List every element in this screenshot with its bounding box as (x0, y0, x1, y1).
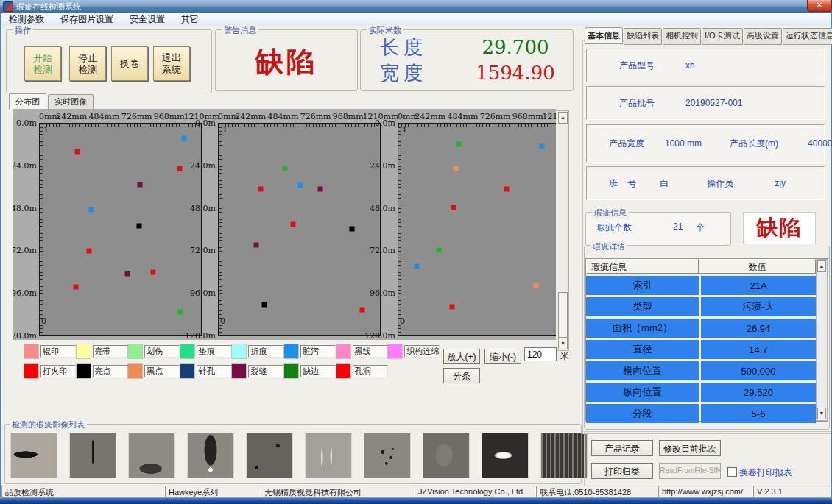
scroll-thumb[interactable] (558, 292, 568, 338)
warning-group: 警告消息 缺陷 (215, 29, 358, 91)
modify-batch-button[interactable]: 修改目前批次 (659, 440, 721, 456)
scatter-plot[interactable]: 1 0 (218, 123, 381, 336)
legend-label: 孔洞 (353, 365, 388, 377)
defect-detail-table: 瑕疵信息 数值 索引21A 类型污渍-大 面积（mm2）26.94 直径14.7… (585, 258, 828, 422)
tab-running-status[interactable]: 运行状态信息 (783, 28, 832, 45)
defect-info-group-title: 瑕疵信息 (592, 207, 629, 219)
y-axis-labels: 0.0m24.0m48.0m72.0m96.0m120.0m (15, 123, 38, 336)
scatter-panel-3: 0mm242mm484mm726mm968mm1210mm 0.0m24.0m4… (373, 109, 556, 340)
table-row[interactable]: 纵向位置29.520 (586, 383, 828, 402)
legend-item: 辊印 (24, 344, 77, 358)
scroll-up-icon[interactable]: ▲ (558, 112, 568, 124)
scroll-down-icon[interactable]: ▼ (817, 408, 826, 419)
table-row[interactable]: 类型污渍-大 (586, 297, 828, 316)
table-row[interactable]: 横向位置500.000 (586, 361, 828, 380)
legend-item: 织构连绵 (388, 344, 440, 358)
legend-label: 脏污 (300, 345, 336, 358)
status-version: V 2.3.1 (753, 486, 831, 497)
product-width-label: 产品宽度 (609, 138, 644, 150)
defect-point (298, 182, 303, 188)
defect-point (317, 186, 322, 191)
table-scrollbar[interactable]: ▲ ▼ (816, 259, 828, 421)
defect-point (504, 186, 509, 191)
defect-thumbnail[interactable] (423, 433, 470, 478)
zoom-in-button[interactable]: 放大(+) (443, 349, 480, 364)
table-row[interactable]: 索引21A (586, 276, 828, 295)
print-report-checkbox-label: 换卷打印报表 (739, 466, 792, 479)
start-detection-button[interactable]: 开始检测 (24, 46, 61, 81)
strip-zero-label: 0 (41, 316, 46, 326)
legend-label: 垫痕 (197, 345, 232, 358)
defect-thumbnail[interactable] (10, 433, 57, 478)
menu-item-detection-params[interactable]: 检测参数 (9, 13, 44, 26)
strip-number-label: 1 (43, 125, 49, 135)
legend-color-swatch (24, 364, 38, 378)
print-report-checkbox[interactable] (727, 467, 737, 477)
tab-advanced-settings[interactable]: 高级设置 (744, 28, 782, 45)
scatter-panel-1: 0mm242mm484mm726mm968mm1210mm 0.0m24.0m4… (15, 109, 202, 340)
defect-image-list-group: 检测的瑕疵影像列表 (4, 424, 582, 484)
close-button[interactable]: ✕ (807, 0, 832, 12)
product-model-row: 产品型号 xh (586, 49, 825, 82)
defect-thumbnail[interactable] (305, 433, 352, 478)
product-size-row: 产品宽度 1000 mm 产品长度(m) 40000 (586, 124, 825, 163)
tab-basic-info[interactable]: 基本信息 (585, 27, 623, 44)
table-row[interactable]: 面积（mm2）26.94 (586, 319, 828, 338)
window-title: 瑕疵在线检测系统 (16, 1, 81, 13)
plot-scrollbar[interactable]: ▲ ▼ (557, 110, 569, 351)
defect-point (178, 309, 183, 314)
tab-io-card-test[interactable]: I/O卡测试 (702, 28, 743, 45)
legend-color-swatch (77, 364, 91, 378)
legend-color-swatch (232, 364, 246, 378)
menu-item-save-image-settings[interactable]: 保存图片设置 (60, 13, 113, 26)
strip-zero-label: 0 (220, 316, 225, 326)
defect-thumbnail[interactable] (128, 433, 175, 478)
legend-color-swatch (24, 344, 38, 358)
zoom-out-button[interactable]: 缩小(-) (484, 349, 521, 364)
table-row[interactable]: 分段5-6 (586, 404, 828, 423)
defect-count-label: 瑕疵个数 (596, 221, 632, 234)
defect-point (414, 264, 419, 269)
scatter-panel-2: 0mm242mm484mm726mm968mm1210mm 0.0m24.0m4… (194, 109, 381, 340)
tab-camera-control[interactable]: 相机控制 (663, 28, 701, 45)
meter-range-input[interactable] (524, 347, 557, 361)
stop-detection-button[interactable]: 停止检测 (69, 46, 106, 81)
legend-color-swatch (388, 344, 402, 358)
table-header-info: 瑕疵信息 (586, 259, 699, 274)
right-tabs: 基本信息 缺陷列表 相机控制 I/O卡测试 高级设置 运行状态信息 (585, 28, 832, 45)
length-label: 长度 (380, 35, 468, 60)
view-tabs: 分布图 实时图像 (9, 94, 95, 110)
scatter-plot[interactable]: 1 0 (39, 123, 202, 336)
product-width-value: 1000 mm (665, 138, 702, 149)
legend-item: 垫痕 (180, 344, 233, 358)
defect-point (451, 205, 456, 210)
print-classify-button[interactable]: 打印归类 (591, 463, 653, 479)
scroll-down-icon[interactable]: ▼ (558, 338, 568, 349)
legend-item: 亮点 (77, 364, 129, 378)
scatter-plot[interactable]: 1 0 (398, 123, 556, 336)
menu-item-security-settings[interactable]: 安全设置 (130, 13, 165, 26)
product-record-button[interactable]: 产品记录 (591, 440, 653, 456)
split-strips-button[interactable]: 分条 (443, 368, 480, 383)
defect-thumbnail[interactable] (364, 433, 411, 478)
tab-defect-list[interactable]: 缺陷列表 (624, 28, 662, 45)
defect-thumbnail[interactable] (482, 433, 529, 478)
defect-thumbnail[interactable] (540, 433, 588, 478)
status-company-en: JZVision Technology Co., Ltd. (415, 486, 536, 497)
scroll-up-icon[interactable]: ▲ (817, 260, 826, 272)
exit-system-button[interactable]: 退出系统 (153, 46, 190, 81)
status-series: Hawkeye系列 (165, 486, 261, 497)
operation-group: 操作 开始检测 停止检测 换卷 退出系统 (6, 29, 212, 93)
menu-item-other[interactable]: 其它 (181, 13, 199, 26)
defect-thumbnail[interactable] (246, 433, 293, 478)
width-label: 宽度 (380, 60, 468, 86)
defect-thumbnail[interactable] (69, 433, 116, 478)
tab-realtime-image[interactable]: 实时图像 (48, 94, 94, 110)
tab-distribution-map[interactable]: 分布图 (9, 93, 46, 110)
windows-taskbar[interactable] (0, 497, 832, 504)
product-length-value: 40000 (808, 138, 832, 149)
table-row[interactable]: 直径14.7 (586, 340, 828, 359)
change-roll-button[interactable]: 换卷 (111, 46, 148, 81)
defect-thumbnail[interactable] (187, 433, 234, 478)
legend-label: 黑点 (144, 365, 180, 377)
